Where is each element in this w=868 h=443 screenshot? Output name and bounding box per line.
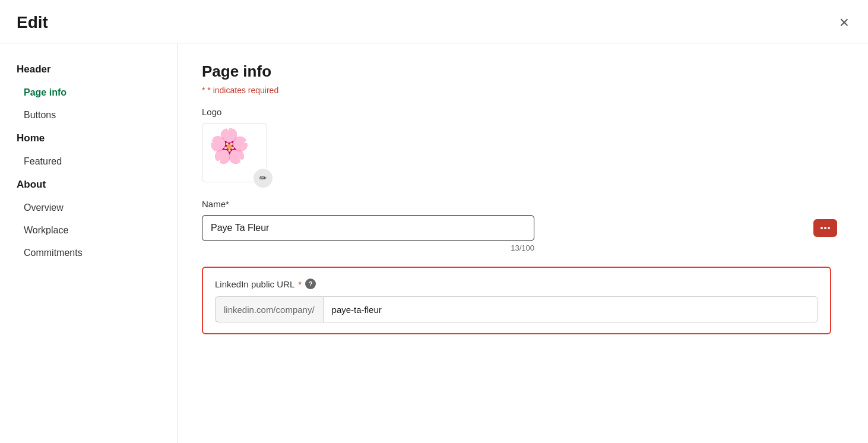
linkedin-required-star: * — [298, 279, 302, 289]
sidebar-item-about[interactable]: About — [0, 173, 178, 197]
sidebar-item-home[interactable]: Home — [0, 126, 178, 150]
logo-label: Logo — [202, 107, 844, 117]
sidebar-item-overview[interactable]: Overview — [0, 197, 178, 219]
modal-title: Edit — [17, 13, 48, 32]
logo-edit-button[interactable]: ✏ — [252, 167, 274, 189]
modal-body: Header Page info Buttons Home Featured A… — [0, 43, 868, 443]
sidebar-item-workplace[interactable]: Workplace — [0, 219, 178, 242]
linkedin-url-input[interactable] — [323, 296, 818, 322]
logo-section: Logo 🌸 ✏ — [202, 107, 844, 182]
name-input-wrapper — [202, 215, 844, 241]
sidebar-item-header[interactable]: Header — [0, 58, 178, 81]
sidebar-item-buttons[interactable]: Buttons — [0, 104, 178, 126]
dot3 — [828, 227, 830, 229]
required-note: * * indicates required — [202, 86, 844, 95]
sidebar-item-featured[interactable]: Featured — [0, 150, 178, 173]
sidebar-item-commitments[interactable]: Commitments — [0, 242, 178, 264]
url-input-row: linkedin.com/company/ — [215, 296, 818, 322]
logo-emoji: 🌸 — [208, 129, 261, 163]
required-star: * — [202, 86, 205, 95]
linkedin-label-text: LinkedIn public URL — [215, 279, 294, 289]
page-info-title: Page info — [202, 62, 844, 81]
close-button[interactable]: × — [837, 12, 851, 33]
help-icon[interactable]: ? — [305, 279, 316, 289]
edit-modal: Edit × Header Page info Buttons Home Fea… — [0, 0, 868, 443]
logo-container: 🌸 ✏ — [202, 123, 267, 182]
sidebar-item-page-info[interactable]: Page info — [0, 81, 178, 104]
modal-header: Edit × — [0, 0, 868, 43]
sidebar: Header Page info Buttons Home Featured A… — [0, 43, 178, 443]
main-content: Page info * * indicates required Logo 🌸 … — [178, 43, 868, 443]
dot1 — [821, 227, 823, 229]
linkedin-url-label: LinkedIn public URL * ? — [215, 279, 818, 289]
name-action-button[interactable] — [813, 219, 837, 237]
name-label: Name* — [202, 199, 844, 209]
linkedin-url-section: LinkedIn public URL * ? linkedin.com/com… — [202, 267, 831, 334]
pencil-icon: ✏ — [259, 173, 267, 183]
dot2 — [824, 227, 826, 229]
name-input[interactable] — [202, 215, 534, 241]
url-prefix: linkedin.com/company/ — [215, 296, 323, 322]
name-char-count: 13/100 — [202, 243, 534, 252]
name-section: Name* 13/100 — [202, 199, 844, 252]
